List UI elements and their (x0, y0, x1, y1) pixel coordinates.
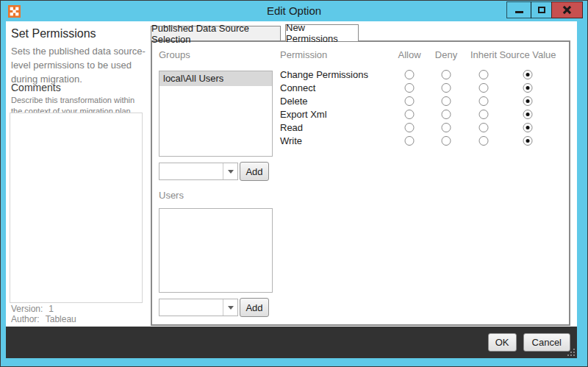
tab-new-permissions[interactable]: New Permissions (285, 24, 359, 41)
maximize-icon (538, 7, 545, 13)
permission-row: Delete (152, 95, 569, 108)
version-line: Version:1 (11, 304, 54, 314)
permission-grid: Change Permissions Connect Delete (152, 68, 569, 148)
radio-inherit[interactable] (479, 136, 489, 146)
author-line: Author:Tableau (11, 314, 76, 324)
radio-allow[interactable] (405, 123, 415, 132)
allow-column-header: Allow (398, 49, 420, 60)
users-label: Users (159, 190, 184, 201)
users-combo-dropdown[interactable] (223, 299, 237, 316)
comments-label: Comments (11, 82, 61, 93)
users-combo-input[interactable] (159, 299, 223, 316)
new-permissions-panel: Groups local\All Users Add Users Add (151, 40, 570, 326)
minimize-icon (515, 11, 523, 13)
permission-row: Read (152, 121, 569, 135)
cancel-button[interactable]: Cancel (523, 333, 570, 352)
footer-bar: OK Cancel (6, 327, 577, 358)
permission-row: Write (152, 135, 569, 148)
radio-deny[interactable] (442, 96, 451, 106)
caption-buttons (507, 1, 583, 18)
radio-allow[interactable] (405, 70, 415, 79)
minimize-button[interactable] (506, 1, 531, 18)
radio-source-value[interactable] (523, 123, 533, 132)
ok-button[interactable]: OK (488, 333, 517, 352)
chevron-down-icon (228, 170, 234, 174)
radio-deny[interactable] (442, 123, 451, 132)
radio-inherit[interactable] (479, 83, 489, 93)
radio-allow[interactable] (405, 83, 415, 93)
radio-allow[interactable] (405, 96, 415, 106)
chevron-down-icon (228, 306, 234, 310)
tab-published-data-source-selection[interactable]: Published Data Source Selection (151, 26, 281, 41)
source-value-column-header: Source Value (499, 49, 556, 60)
radio-allow[interactable] (405, 110, 415, 119)
maximize-button[interactable] (531, 1, 552, 18)
radio-inherit[interactable] (479, 96, 489, 106)
inherit-column-header: Inherit (470, 49, 497, 60)
radio-source-value[interactable] (523, 96, 533, 106)
dialog-content: Set Permissions Sets the published data … (6, 21, 577, 358)
radio-inherit[interactable] (479, 123, 489, 132)
close-button[interactable] (551, 1, 583, 18)
radio-deny[interactable] (442, 110, 451, 119)
groups-label: Groups (159, 49, 190, 60)
version-value: 1 (49, 304, 54, 314)
window-title: Edit Option (1, 4, 587, 17)
close-icon (562, 5, 572, 15)
radio-deny[interactable] (442, 83, 451, 93)
resize-grip[interactable] (573, 354, 575, 356)
radio-inherit[interactable] (479, 110, 489, 119)
radio-source-value[interactable] (523, 70, 533, 79)
groups-add-button[interactable]: Add (240, 162, 269, 181)
comments-textarea[interactable] (10, 113, 143, 303)
radio-inherit[interactable] (479, 70, 489, 79)
radio-deny[interactable] (442, 136, 451, 146)
version-label: Version: (11, 304, 43, 314)
users-add-button[interactable]: Add (240, 298, 269, 317)
option-description: Sets the published data source-level per… (11, 45, 146, 87)
permission-column-header: Permission (280, 49, 327, 60)
deny-column-header: Deny (435, 49, 457, 60)
titlebar[interactable]: Edit Option (1, 1, 587, 21)
radio-allow[interactable] (405, 136, 415, 146)
edit-option-dialog: Edit Option Set Permissions Sets the pub… (0, 0, 588, 367)
permission-row: Export Xml (152, 108, 569, 121)
option-title: Set Permissions (11, 27, 96, 40)
radio-source-value[interactable] (523, 136, 533, 146)
radio-source-value[interactable] (523, 110, 533, 119)
groups-combo-dropdown[interactable] (223, 163, 237, 179)
radio-source-value[interactable] (523, 83, 533, 93)
groups-combobox[interactable] (159, 163, 238, 180)
users-combobox[interactable] (159, 299, 238, 316)
author-label: Author: (11, 314, 40, 324)
permission-row: Connect (152, 82, 569, 95)
permission-row: Change Permissions (152, 68, 569, 82)
author-value: Tableau (46, 314, 76, 324)
groups-combo-input[interactable] (159, 163, 223, 179)
radio-deny[interactable] (442, 70, 451, 79)
users-listbox[interactable] (159, 208, 273, 293)
